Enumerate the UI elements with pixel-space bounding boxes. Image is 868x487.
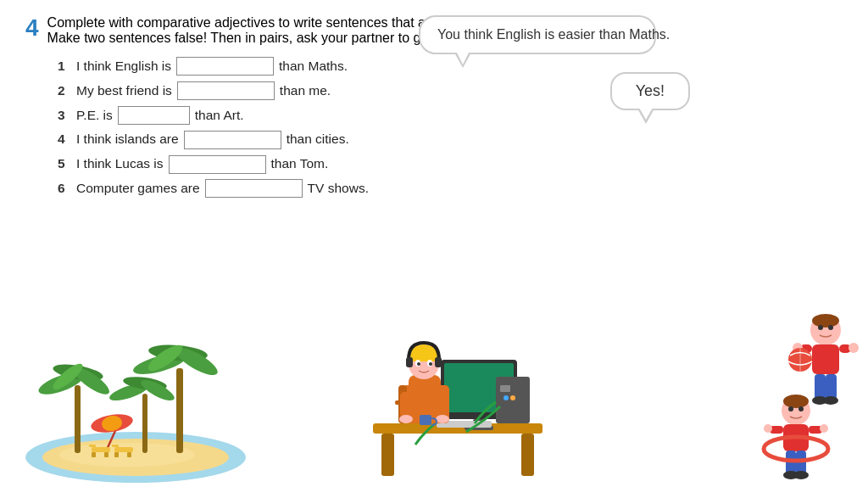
svg-point-51 [417,362,420,366]
fill-box-3[interactable] [118,106,190,125]
island-svg [17,292,254,487]
svg-rect-47 [406,357,413,367]
svg-rect-13 [142,394,147,453]
kids-illustration [749,300,860,487]
svg-point-74 [783,395,809,408]
svg-point-69 [818,325,823,330]
sentence-6-after: TV shows. [308,178,369,199]
sentence-4-before: I think islands are [76,129,179,150]
fill-box-4[interactable] [184,131,281,149]
svg-point-83 [793,471,809,479]
svg-rect-30 [521,434,534,476]
bubble-large-text: You think English is easier than Maths. [437,27,670,42]
kids-svg [749,300,860,487]
svg-rect-48 [435,357,442,367]
svg-rect-22 [92,452,96,457]
svg-rect-57 [420,415,431,425]
sentence-num-1: 1 [58,56,73,77]
bubble-small-text: Yes! [636,82,665,99]
svg-rect-66 [826,374,837,400]
svg-point-38 [504,395,509,400]
fill-box-5[interactable] [169,155,266,174]
svg-point-64 [849,343,859,353]
exercise-number: 4 [25,15,39,42]
sentence-num-2: 2 [58,81,73,102]
speech-bubble-small: Yes! [610,72,690,110]
fill-box-6[interactable] [205,179,303,198]
svg-point-78 [764,424,772,433]
sentence-1-before: I think English is [76,56,171,77]
sentences-area: 1 I think English is than Maths. 2 My be… [58,56,843,199]
svg-rect-54 [437,392,448,417]
sentence-row-6: 6 Computer games are TV shows. [58,178,843,199]
sentence-row-4: 4 I think islands are than cities. [58,129,843,150]
sentence-num-3: 3 [58,105,73,126]
svg-rect-20 [92,447,110,452]
sentence-6-before: Computer games are [76,178,200,199]
fill-box-1[interactable] [176,57,274,76]
sentence-5-after: than Tom. [271,154,329,175]
svg-point-85 [798,406,804,411]
sentence-num-6: 6 [58,178,73,199]
svg-rect-27 [127,452,131,457]
illustrations-area [0,283,868,487]
svg-point-70 [828,325,833,330]
svg-point-56 [436,415,449,423]
sentence-num-4: 4 [58,129,73,150]
svg-rect-46 [409,353,438,361]
svg-rect-37 [500,385,510,392]
sentence-4-after: than cities. [287,129,349,150]
sentence-row-2: 2 My best friend is than me. [58,81,843,102]
computer-illustration [364,300,559,487]
sentence-2-before: My best friend is [76,81,172,102]
svg-rect-23 [104,452,108,457]
svg-point-55 [399,415,413,423]
svg-point-84 [788,406,793,411]
sentence-1-after: than Maths. [279,56,348,77]
page: 4 Complete with comparative adjectives t… [0,0,868,487]
computer-svg [364,300,551,479]
svg-point-68 [823,396,838,405]
sentence-row-1: 1 I think English is than Maths. [58,56,843,77]
svg-rect-25 [112,445,119,447]
sentence-2-after: than me. [280,81,331,102]
svg-rect-21 [89,445,96,447]
sentence-3-after: than Art. [195,105,244,126]
svg-rect-24 [114,447,133,452]
svg-point-52 [429,362,432,366]
svg-rect-29 [381,434,394,476]
svg-point-79 [820,424,828,433]
svg-rect-26 [114,452,119,457]
svg-rect-3 [75,385,81,453]
sentence-row-3: 3 P.E. is than Art. [58,105,843,126]
fill-box-2[interactable] [177,81,275,100]
sentence-row-5: 5 I think Lucas is than Tom. [58,154,843,175]
island-illustration [17,292,254,487]
svg-point-59 [812,314,839,327]
sentence-num-5: 5 [58,154,73,175]
svg-rect-60 [812,344,839,374]
svg-point-39 [510,395,515,400]
svg-rect-43 [409,375,441,409]
svg-rect-8 [176,368,183,453]
sentence-5-before: I think Lucas is [76,154,164,175]
svg-rect-65 [815,374,826,400]
svg-rect-53 [400,392,412,417]
sentence-3-before: P.E. is [76,105,113,126]
speech-bubble-large: You think English is easier than Maths. [419,15,656,54]
